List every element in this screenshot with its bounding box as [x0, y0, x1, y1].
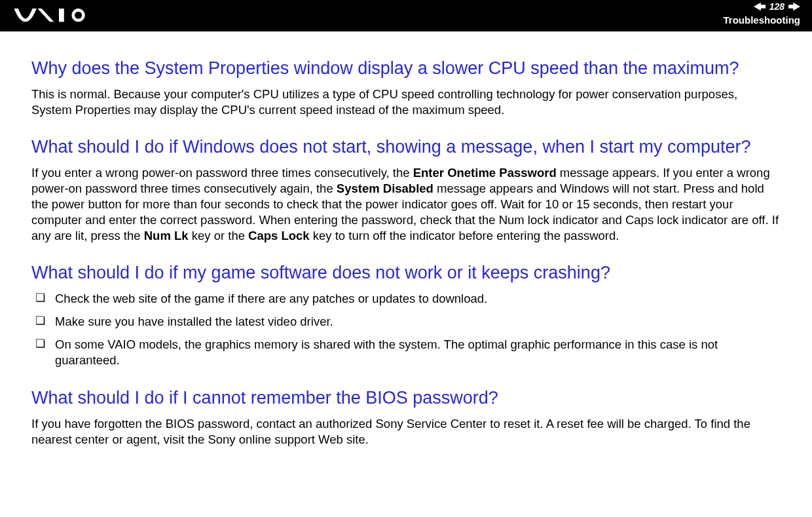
bold-term: Num Lk [144, 229, 189, 242]
bold-term: Caps Lock [248, 229, 310, 242]
svg-marker-1 [788, 3, 800, 11]
faq-heading-bios-password: What should I do if I cannot remember th… [31, 387, 781, 410]
page-nav: 128 [754, 1, 800, 12]
faq-body-windows-start: If you enter a wrong power-on password t… [31, 165, 781, 244]
list-item: Check the web site of the game if there … [31, 291, 781, 307]
faq-bullets-game-crash: Check the web site of the game if there … [31, 291, 781, 370]
bold-term: Enter Onetime Password [413, 166, 557, 180]
text-fragment: key or the [189, 229, 249, 242]
faq-body-cpu-speed: This is normal. Because your computer's … [31, 86, 781, 118]
svg-marker-0 [754, 3, 766, 11]
faq-heading-cpu-speed: Why does the System Properties window di… [31, 58, 781, 80]
next-page-arrow-icon[interactable] [788, 2, 800, 11]
faq-heading-windows-start: What should I do if Windows does not sta… [31, 136, 781, 159]
faq-body-bios-password: If you have forgotten the BIOS password,… [31, 416, 781, 448]
text-fragment: If you enter a wrong power-on password t… [31, 166, 413, 180]
prev-page-arrow-icon[interactable] [754, 2, 766, 11]
vaio-logo-icon [13, 7, 105, 25]
page-header: 128 Troubleshooting [0, 0, 812, 31]
section-label: Troubleshooting [724, 14, 801, 26]
list-item: Make sure you have installed the latest … [31, 314, 781, 330]
document-body: Why does the System Properties window di… [0, 31, 812, 472]
text-fragment: key to turn off the indicator before ent… [310, 229, 619, 242]
page-number: 128 [769, 1, 784, 12]
bold-term: System Disabled [337, 182, 434, 195]
list-item: On some VAIO models, the graphics memory… [31, 337, 781, 370]
faq-heading-game-crash: What should I do if my game software doe… [31, 262, 781, 284]
